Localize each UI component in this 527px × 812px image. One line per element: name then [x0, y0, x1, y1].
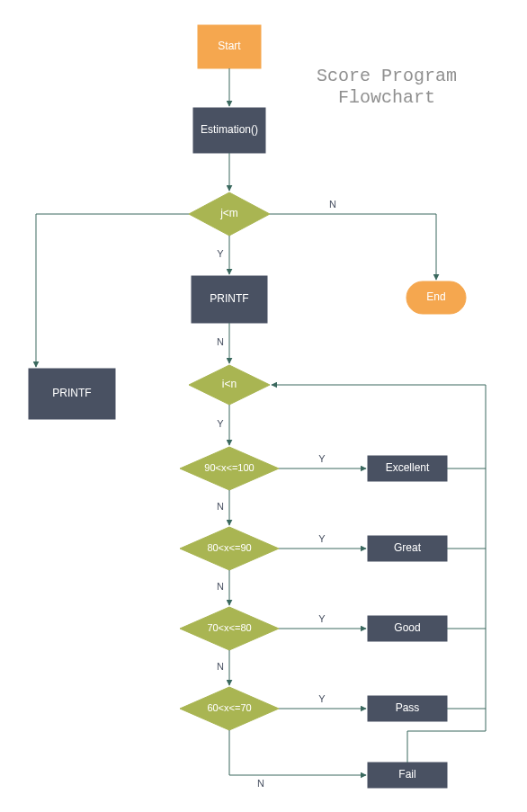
arrow-jm-left — [36, 214, 189, 367]
c60-label: 60<x<=70 — [207, 702, 251, 713]
arrow-fail-feedback — [407, 731, 486, 763]
printf2-label: PRINTF — [52, 387, 91, 399]
label-jm-y: Y — [217, 248, 224, 259]
printf1-label: PRINTF — [210, 292, 248, 305]
title-line2: Flowchart — [338, 87, 435, 108]
estimation-label: Estimation() — [201, 123, 258, 136]
pass-label: Pass — [396, 701, 420, 714]
label-c80-y: Y — [318, 533, 326, 544]
c90-label: 90<x<=100 — [204, 462, 254, 473]
label-in-y: Y — [217, 418, 224, 429]
label-c70-n: N — [217, 661, 224, 672]
arrow-jm-end — [270, 214, 436, 280]
label-c80-n: N — [217, 581, 224, 592]
label-printf1-n: N — [217, 336, 224, 347]
in-label: i<n — [222, 378, 237, 390]
label-c60-y: Y — [318, 693, 326, 704]
start-label: Start — [218, 40, 241, 52]
c80-label: 80<x<=90 — [207, 542, 251, 553]
fail-label: Fail — [398, 768, 415, 781]
jm-label: j<m — [219, 207, 238, 219]
title-line1: Score Program — [317, 66, 457, 86]
label-c70-y: Y — [318, 613, 326, 624]
c70-label: 70<x<=80 — [207, 622, 251, 633]
arrow-c60-fail — [229, 730, 366, 775]
label-jm-n: N — [329, 199, 336, 210]
excellent-label: Excellent — [386, 461, 430, 474]
label-c60-n: N — [257, 778, 264, 789]
end-label: End — [426, 290, 445, 303]
label-c90-n: N — [217, 501, 224, 512]
label-c90-y: Y — [318, 453, 326, 464]
good-label: Good — [394, 621, 420, 634]
great-label: Great — [394, 541, 422, 554]
